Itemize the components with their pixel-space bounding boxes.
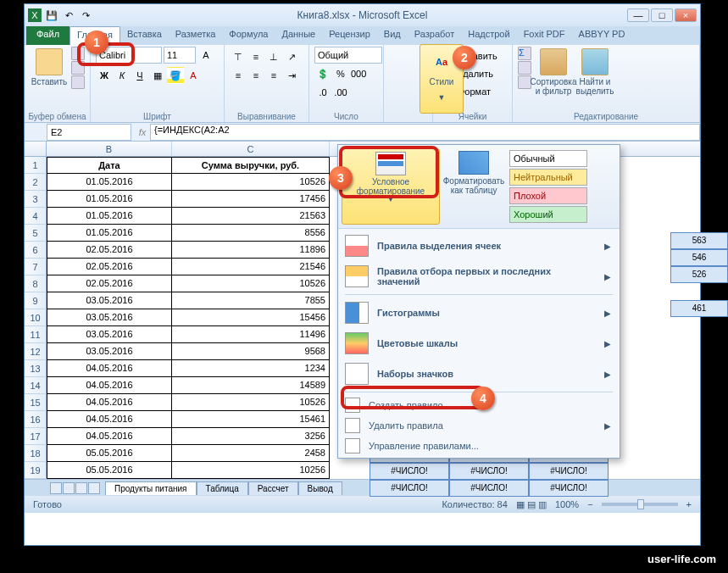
align-top-icon[interactable]: ⊤ <box>230 48 247 65</box>
sheet-nav-prev[interactable] <box>63 482 75 494</box>
row-header[interactable]: 12 <box>25 343 47 360</box>
data-cell[interactable]: 02.05.2016 <box>47 242 172 259</box>
undo-icon[interactable]: ↶ <box>62 8 75 22</box>
currency-icon[interactable]: 💲 <box>314 65 331 82</box>
increase-font-icon[interactable]: A <box>197 47 214 64</box>
minimize-button[interactable]: — <box>627 8 649 22</box>
data-cell[interactable]: 01.05.2016 <box>47 174 172 191</box>
sheet-tab-active[interactable]: Продукты питания <box>105 481 197 495</box>
data-cell[interactable]: 04.05.2016 <box>47 428 172 445</box>
font-size-combo[interactable] <box>164 47 196 64</box>
save-icon[interactable]: 💾 <box>45 8 58 22</box>
sheet-tab[interactable]: Вывод <box>298 481 342 495</box>
comma-icon[interactable]: 000 <box>350 65 367 82</box>
data-cell[interactable]: 04.05.2016 <box>47 377 172 394</box>
data-cell[interactable]: 10526 <box>172 394 330 411</box>
data-cell[interactable]: 3256 <box>172 428 330 445</box>
fill-icon[interactable] <box>518 61 531 75</box>
zoom-out-button[interactable]: − <box>587 499 592 509</box>
style-good[interactable]: Хороший <box>509 206 587 223</box>
close-button[interactable]: × <box>675 8 697 22</box>
sheet-tab[interactable]: Рассчет <box>248 481 298 495</box>
conditional-formatting-button[interactable]: Условное форматирование ▼ <box>342 148 440 225</box>
fill-color-button[interactable]: 🪣 <box>167 67 184 84</box>
format-as-table-button[interactable]: Форматировать как таблицу <box>443 148 504 225</box>
data-cell[interactable]: 21563 <box>172 208 330 225</box>
row-header[interactable]: 7 <box>25 259 47 275</box>
data-cell[interactable]: 03.05.2016 <box>47 309 172 326</box>
tab-data[interactable]: Данные <box>275 26 322 45</box>
sheet-nav-last[interactable] <box>88 482 100 494</box>
data-cell[interactable]: 8556 <box>172 225 330 242</box>
data-cell[interactable]: 9568 <box>172 343 330 360</box>
data-cell[interactable]: 10526 <box>172 174 330 191</box>
style-bad[interactable]: Плохой <box>509 187 587 204</box>
underline-button[interactable]: Ч <box>131 67 148 84</box>
data-cell[interactable]: 2458 <box>172 445 330 462</box>
file-tab[interactable]: Файл <box>26 26 69 45</box>
data-cell[interactable]: 7855 <box>172 292 330 309</box>
redo-icon[interactable]: ↷ <box>79 8 92 22</box>
sheet-nav-first[interactable] <box>50 482 62 494</box>
tab-insert[interactable]: Вставка <box>120 26 169 45</box>
data-cell[interactable]: 04.05.2016 <box>47 411 172 428</box>
row-header[interactable]: 13 <box>25 360 47 377</box>
row-header[interactable]: 18 <box>25 445 47 462</box>
sheet-tab[interactable]: Таблица <box>197 481 248 495</box>
align-middle-icon[interactable]: ≡ <box>247 48 264 65</box>
data-cell[interactable]: 05.05.2016 <box>47 445 172 462</box>
select-all-corner[interactable] <box>25 142 47 156</box>
style-neutral[interactable]: Нейтральный <box>509 169 587 186</box>
data-cell[interactable]: 15456 <box>172 309 330 326</box>
tab-foxit[interactable]: Foxit PDF <box>517 26 572 45</box>
row-header[interactable]: 19 <box>25 462 47 479</box>
align-bottom-icon[interactable]: ⊥ <box>265 48 282 65</box>
data-cell[interactable]: 02.05.2016 <box>47 275 172 292</box>
fx-icon[interactable]: fx <box>135 127 150 137</box>
sort-filter-button[interactable]: Сортировка и фильтр <box>534 47 573 96</box>
row-header[interactable]: 1 <box>25 157 47 174</box>
row-header[interactable]: 5 <box>25 225 47 242</box>
row-header[interactable]: 16 <box>25 411 47 428</box>
row-header[interactable]: 9 <box>25 292 47 309</box>
zoom-thumb[interactable] <box>637 499 644 509</box>
menu-highlight-rules[interactable]: Правила выделения ячеек▶ <box>340 231 618 261</box>
data-cell[interactable]: 01.05.2016 <box>47 225 172 242</box>
maximize-button[interactable]: □ <box>651 8 673 22</box>
menu-manage-rules[interactable]: Управление правилами... <box>340 436 618 456</box>
cut-icon[interactable] <box>71 47 85 60</box>
find-select-button[interactable]: Найти и выделить <box>575 47 614 96</box>
menu-icon-sets[interactable]: Наборы значков▶ <box>340 359 618 389</box>
border-button[interactable]: ▦ <box>149 67 166 84</box>
bold-button[interactable]: Ж <box>96 67 113 84</box>
align-center-icon[interactable]: ≡ <box>247 67 264 84</box>
col-header-B[interactable]: B <box>47 142 172 156</box>
data-cell[interactable]: 1234 <box>172 360 330 377</box>
style-normal[interactable]: Обычный <box>509 150 587 167</box>
data-cell[interactable]: 21546 <box>172 259 330 275</box>
row-header[interactable]: 3 <box>25 191 47 208</box>
data-cell[interactable]: 03.05.2016 <box>47 326 172 343</box>
data-cell[interactable]: 03.05.2016 <box>47 292 172 309</box>
tab-view[interactable]: Вид <box>377 26 408 45</box>
row-header[interactable]: 4 <box>25 208 47 225</box>
number-format-combo[interactable] <box>314 47 382 64</box>
data-cell[interactable]: 11496 <box>172 326 330 343</box>
tab-formulas[interactable]: Формула <box>222 26 275 45</box>
data-cell[interactable]: 15461 <box>172 411 330 428</box>
orientation-icon[interactable]: ↗ <box>283 48 300 65</box>
tab-layout[interactable]: Разметка <box>169 26 223 45</box>
decrease-decimal-icon[interactable]: .00 <box>332 84 349 101</box>
menu-top-bottom-rules[interactable]: Правила отбора первых и последних значен… <box>340 261 618 292</box>
row-header[interactable]: 14 <box>25 377 47 394</box>
header-cell[interactable]: Сумма выручки, руб. <box>172 157 330 174</box>
row-header[interactable]: 11 <box>25 326 47 343</box>
data-cell[interactable]: 10526 <box>172 275 330 292</box>
menu-data-bars[interactable]: Гистограммы▶ <box>340 298 618 328</box>
data-cell[interactable]: 17456 <box>172 191 330 208</box>
data-cell[interactable]: 04.05.2016 <box>47 360 172 377</box>
data-cell[interactable]: 10256 <box>172 462 330 479</box>
copy-icon[interactable] <box>71 61 85 75</box>
data-cell[interactable]: 01.05.2016 <box>47 208 172 225</box>
row-header[interactable]: 8 <box>25 275 47 292</box>
